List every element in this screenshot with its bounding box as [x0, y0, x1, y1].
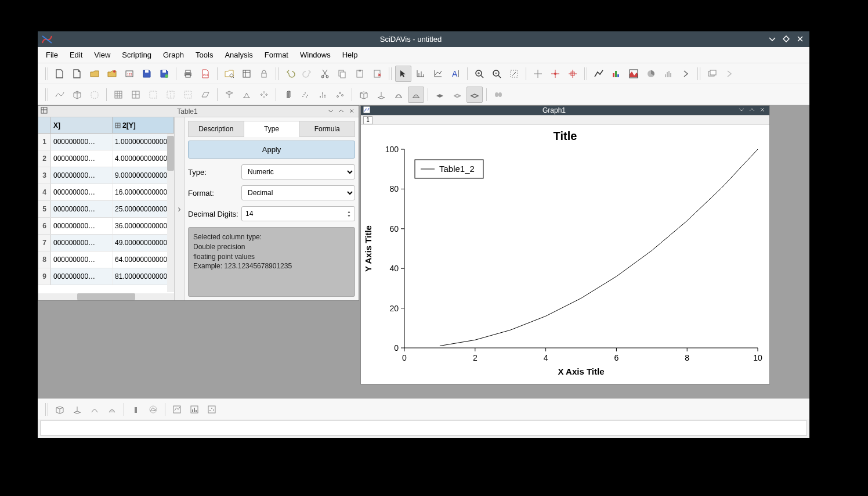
table-row[interactable]: 8000000000…64.00000000000…	[38, 251, 174, 268]
cell-x[interactable]: 000000000…	[51, 150, 113, 167]
table-row[interactable]: 3000000000…9.0000000000000…	[38, 167, 174, 184]
menu-windows[interactable]: Windows	[294, 48, 337, 62]
floor-proj-3-button[interactable]	[466, 87, 483, 103]
axes-2-button[interactable]	[373, 87, 389, 103]
grid4-button[interactable]	[162, 87, 179, 103]
lock-button[interactable]	[256, 66, 272, 82]
col-header-x[interactable]: X]	[51, 117, 113, 133]
scatter3d-3-button[interactable]	[332, 87, 348, 103]
line-plot-button[interactable]	[591, 66, 607, 82]
close-button[interactable]	[794, 34, 806, 45]
cell-y[interactable]: 36.00000000000…	[113, 218, 174, 234]
btool-1[interactable]	[52, 401, 68, 418]
scatter3d-1-button[interactable]	[297, 87, 313, 103]
table-row[interactable]: 5000000000…25.00000000000…	[38, 201, 174, 218]
row-header[interactable]: 1	[38, 134, 51, 150]
btool-3[interactable]	[86, 401, 103, 418]
grid3-button[interactable]	[145, 87, 161, 103]
table-row[interactable]: 2000000000…4.0000000000000…	[38, 150, 174, 167]
row-header[interactable]: 9	[38, 268, 51, 285]
new-project-button[interactable]	[52, 66, 68, 82]
data-cursor-button[interactable]	[547, 66, 563, 82]
grid2-button[interactable]	[128, 87, 144, 103]
btool-7[interactable]	[169, 401, 185, 418]
axes-4-button[interactable]	[408, 87, 424, 103]
expand-button[interactable]	[256, 87, 272, 103]
cell-x[interactable]: 000000000…	[51, 235, 113, 251]
new-table-button[interactable]	[69, 66, 85, 82]
format-select[interactable]: Decimal	[241, 185, 355, 200]
rescale-button[interactable]	[506, 66, 522, 82]
cell-x[interactable]: 000000000…	[51, 134, 113, 150]
row-header[interactable]: 5	[38, 201, 51, 217]
tab-type[interactable]: Type	[244, 121, 300, 137]
table-row[interactable]: 7000000000…49.00000000000…	[38, 235, 174, 251]
maximize-button[interactable]	[780, 34, 792, 45]
axes-1-button[interactable]	[356, 87, 372, 103]
results-log-button[interactable]	[238, 66, 255, 82]
menu-file[interactable]: File	[40, 48, 64, 62]
print-button[interactable]	[180, 66, 196, 82]
menu-analysis[interactable]: Analysis	[219, 48, 258, 62]
row-header[interactable]: 7	[38, 235, 51, 251]
menu-edit[interactable]: Edit	[64, 48, 88, 62]
cell-y[interactable]: 9.0000000000000…	[113, 167, 174, 184]
cell-y[interactable]: 4.0000000000000…	[113, 150, 174, 167]
cell-y[interactable]: 64.00000000000…	[113, 251, 174, 268]
graph-min-button[interactable]	[737, 106, 746, 114]
cell-x[interactable]: 000000000…	[51, 268, 113, 285]
row-header[interactable]: 8	[38, 251, 51, 268]
menu-help[interactable]: Help	[337, 48, 364, 62]
floor-proj-1-button[interactable]	[432, 87, 448, 103]
cell-y[interactable]: 49.00000000000…	[113, 235, 174, 251]
next2-button[interactable]	[721, 66, 737, 82]
project-explorer-button[interactable]	[221, 66, 237, 82]
undo-button[interactable]	[282, 66, 298, 82]
axes-3-button[interactable]	[390, 87, 407, 103]
bars3d-button[interactable]	[280, 87, 296, 103]
text-tool-button[interactable]: A	[447, 66, 464, 82]
tab-description[interactable]: Description	[188, 121, 244, 137]
cell-x[interactable]: 000000000…	[51, 218, 113, 234]
apply-button[interactable]: Apply	[188, 141, 355, 159]
data-reader-button[interactable]	[413, 66, 429, 82]
animation-button[interactable]	[490, 87, 507, 103]
btool-9[interactable]	[204, 401, 220, 418]
table-close-button[interactable]	[347, 107, 356, 116]
select-range-button[interactable]	[430, 66, 446, 82]
menu-graph[interactable]: Graph	[157, 48, 190, 62]
open-button[interactable]	[86, 66, 103, 82]
row-header[interactable]: 6	[38, 218, 51, 234]
bar-plot-button[interactable]	[608, 66, 624, 82]
minimize-button[interactable]	[766, 34, 778, 45]
pointer-tool-button[interactable]	[395, 66, 411, 82]
graph-canvas[interactable]: Title0204060801000246810X Axis TitleY Ax…	[361, 125, 769, 384]
open-template-button[interactable]	[104, 66, 120, 82]
import-ascii-button[interactable]: 123	[121, 66, 138, 82]
col-header-y[interactable]: 2[Y]	[113, 117, 174, 133]
type-select[interactable]: Numeric	[241, 164, 355, 179]
row-header[interactable]: 4	[38, 184, 51, 200]
copy-button[interactable]	[334, 66, 350, 82]
tab-formula[interactable]: Formula	[299, 121, 355, 137]
redo-button[interactable]	[299, 66, 316, 82]
table-row[interactable]: 1000000000…1.0000000000000…	[38, 134, 174, 150]
grid-button[interactable]	[110, 87, 126, 103]
row-header[interactable]: 2	[38, 150, 51, 167]
graph-close-button[interactable]	[758, 106, 767, 114]
paste-button[interactable]	[352, 66, 368, 82]
cut-button[interactable]	[317, 66, 333, 82]
btool-2[interactable]	[69, 401, 85, 418]
row-header[interactable]: 3	[38, 167, 51, 184]
panel-toggle-button[interactable]: ›	[174, 117, 185, 300]
table-min-button[interactable]	[326, 107, 335, 116]
floor2-button[interactable]	[238, 87, 255, 103]
floor-proj-2-button[interactable]	[449, 87, 465, 103]
save-template-button[interactable]	[156, 66, 172, 82]
btool-5[interactable]	[128, 401, 144, 418]
cell-y[interactable]: 25.00000000000…	[113, 201, 174, 217]
histogram-button[interactable]	[660, 66, 677, 82]
floor-button[interactable]	[221, 87, 237, 103]
table-window-titlebar[interactable]: Table1	[38, 106, 359, 117]
table-row[interactable]: 9000000000…81.00000000000…	[38, 268, 174, 285]
